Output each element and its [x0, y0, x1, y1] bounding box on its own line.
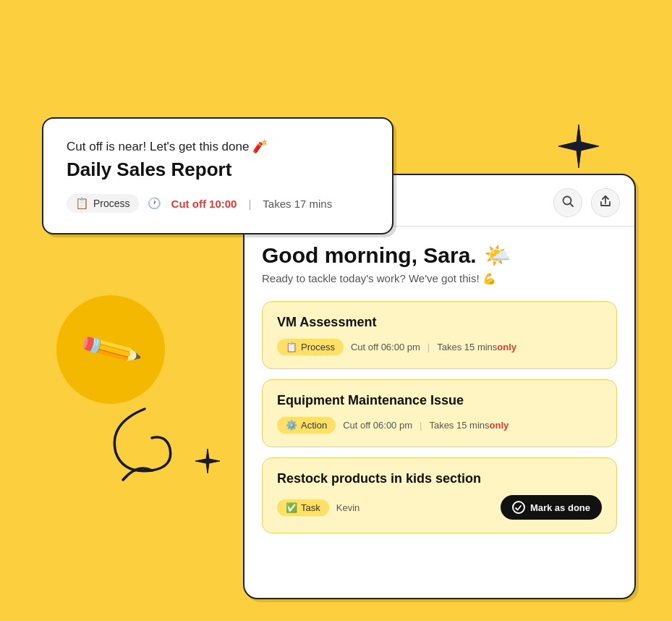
notification-tagline: Cut off is near! Let's get this done 🧨 — [67, 139, 369, 154]
search-button[interactable] — [553, 188, 582, 217]
sparkle-decoration-top — [554, 122, 603, 179]
task-card-restock: Restock products in kids section ✅ Task … — [262, 457, 617, 533]
task-bottom-row-restock: ✅ Task Kevin Mark as done — [277, 495, 602, 520]
cutoff-label: Cut off 10:00 — [171, 198, 237, 210]
greeting-heading: Good morning, Sara. 🌤️ — [262, 242, 617, 268]
task-takes-equipment: Takes 15 minsonly — [429, 420, 509, 431]
weather-emoji: 🌤️ — [484, 242, 511, 268]
task-tag-action: ⚙️ Action — [277, 417, 336, 434]
task-meta-equipment: ⚙️ Action Cut off 06:00 pm | Takes 15 mi… — [277, 417, 602, 434]
pencil-circle-decoration: ✏️ — [56, 295, 165, 404]
tag-label-equipment: Action — [301, 420, 327, 431]
action-tag-icon: ⚙️ — [286, 420, 297, 431]
task-card-vm-assessment: VM Assessment 📋 Process Cut off 06:00 pm… — [262, 301, 617, 369]
task-meta-vm: 📋 Process Cut off 06:00 pm | Takes 15 mi… — [277, 339, 602, 355]
task-sep-equipment: | — [420, 420, 422, 431]
task-tag-icon: ✅ — [286, 502, 297, 513]
process-badge: 📋 Process — [67, 194, 139, 213]
tag-label-restock: Task — [301, 502, 320, 513]
process-label: Process — [93, 198, 130, 209]
swirl-decoration — [87, 402, 203, 489]
task-sep-vm: | — [428, 342, 430, 352]
process-icon: 📋 — [75, 197, 89, 210]
greeting-subtitle: Ready to tackle today's work? We've got … — [262, 272, 617, 285]
task-person-restock: Kevin — [336, 502, 360, 513]
process-tag-icon: 📋 — [286, 342, 297, 352]
svg-line-1 — [570, 203, 573, 206]
only-text-equipment: only — [490, 420, 509, 431]
cutoff-icon: 🕐 — [148, 197, 161, 210]
share-button[interactable] — [591, 188, 620, 217]
check-circle-icon — [512, 501, 525, 514]
task-cutoff-equipment: Cut off 06:00 pm — [343, 420, 412, 431]
task-tag-task: ✅ Task — [277, 499, 329, 516]
main-panel: Good morning, Sara. 🌤️ Ready to tackle t… — [243, 174, 636, 599]
task-card-equipment: Equipment Maintenance Issue ⚙️ Action Cu… — [262, 379, 617, 447]
mark-done-label: Mark as done — [530, 502, 590, 513]
search-icon — [561, 195, 574, 211]
notification-meta: 📋 Process 🕐 Cut off 10:00 | Takes 17 min… — [67, 194, 369, 213]
task-cutoff-vm: Cut off 06:00 pm — [351, 342, 420, 352]
greeting-text: Good morning, Sara. — [262, 243, 477, 268]
mark-done-button[interactable]: Mark as done — [501, 495, 602, 520]
share-icon — [599, 195, 612, 211]
tag-label-vm: Process — [301, 342, 335, 352]
notification-title: Daily Sales Report — [67, 159, 369, 181]
task-title-restock: Restock products in kids section — [277, 471, 602, 486]
panel-body: Good morning, Sara. 🌤️ Ready to tackle t… — [244, 227, 634, 598]
meta-separator: | — [248, 198, 251, 210]
task-takes-vm: Takes 15 minsonly — [437, 342, 516, 352]
notification-card: Cut off is near! Let's get this done 🧨 D… — [42, 117, 394, 235]
task-tag-process: 📋 Process — [277, 339, 344, 355]
only-text-vm: only — [497, 342, 516, 352]
greeting-subtitle-text: Ready to tackle today's work? We've got … — [262, 272, 496, 285]
takes-label: Takes 17 mins — [263, 198, 332, 210]
task-title-equipment: Equipment Maintenance Issue — [277, 393, 602, 408]
task-meta-restock: ✅ Task Kevin — [277, 499, 360, 516]
task-title-vm: VM Assessment — [277, 315, 602, 330]
